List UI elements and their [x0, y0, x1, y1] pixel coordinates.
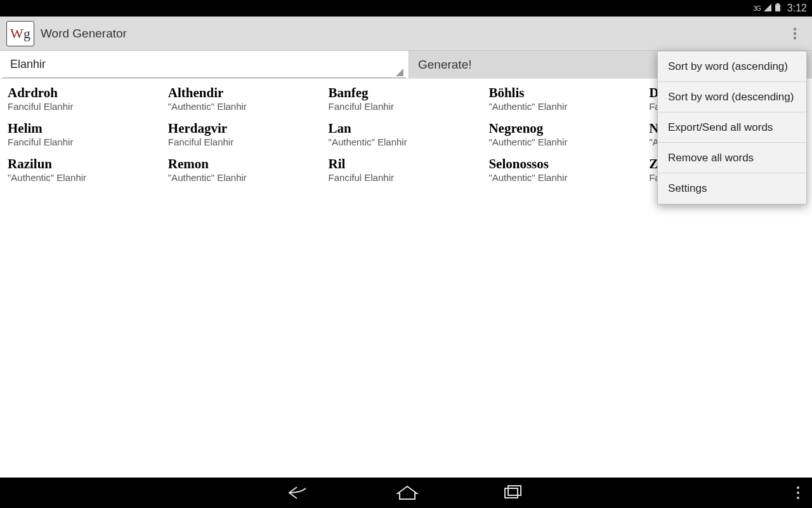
word-subtitle: Fanciful Elanhir — [8, 137, 163, 147]
word-subtitle: Fanciful Elanhir — [168, 137, 324, 147]
word-subtitle: Fanciful Elanhir — [329, 101, 484, 112]
word-text: Remon — [168, 156, 324, 172]
word-text: Böhlis — [488, 85, 644, 101]
word-subtitle: "Authentic" Elanhir — [168, 101, 324, 112]
word-cell[interactable]: Razilun"Authentic" Elanhir — [5, 156, 166, 183]
menu-item[interactable]: Export/Send all words — [658, 112, 806, 143]
word-subtitle: Fanciful Elanhir — [8, 101, 163, 112]
app-icon: Wg — [6, 21, 34, 46]
word-subtitle: "Authentic" Elanhir — [488, 172, 644, 183]
recents-button[interactable] — [501, 485, 524, 501]
clock: 3:12 — [787, 3, 807, 14]
word-cell[interactable]: Böhlis"Authentic" Elanhir — [486, 85, 646, 112]
svg-rect-1 — [776, 3, 779, 4]
word-subtitle: "Authentic" Elanhir — [168, 172, 324, 183]
word-subtitle: "Authentic" Elanhir — [488, 137, 644, 147]
generate-label: Generate! — [418, 58, 472, 72]
word-subtitle: "Authentic" Elanhir — [8, 172, 163, 183]
word-text: Herdagvir — [168, 121, 324, 137]
word-subtitle: Fanciful Elanhir — [329, 172, 484, 183]
menu-item[interactable]: Settings — [658, 173, 806, 204]
language-spinner[interactable]: Elanhir — [3, 51, 406, 78]
menu-item[interactable]: Sort by word (ascending) — [658, 51, 806, 82]
network-indicator: 3G — [754, 5, 761, 12]
word-cell[interactable]: BanfegFanciful Elanhir — [326, 85, 487, 112]
overflow-menu: Sort by word (ascending)Sort by word (de… — [657, 51, 807, 204]
word-cell[interactable]: AdrdrohFanciful Elanhir — [5, 85, 166, 112]
word-text: Adrdroh — [8, 85, 163, 101]
word-text: Selonossos — [488, 156, 644, 172]
app-bar: Wg Word Generator — [0, 17, 812, 51]
signal-icon — [763, 3, 772, 14]
word-text: Banfeg — [329, 85, 484, 101]
word-cell[interactable]: HerdagvirFanciful Elanhir — [166, 121, 326, 147]
back-button[interactable] — [288, 485, 313, 501]
word-text: Althendir — [168, 85, 324, 101]
word-subtitle: "Authentic" Elanhir — [488, 101, 644, 112]
word-text: Razilun — [8, 156, 163, 172]
word-cell[interactable]: Althendir"Authentic" Elanhir — [166, 85, 326, 112]
word-cell[interactable]: Remon"Authentic" Elanhir — [166, 156, 326, 183]
svg-rect-0 — [775, 4, 780, 11]
menu-item[interactable]: Sort by word (descending) — [658, 82, 806, 112]
spinner-value: Elanhir — [10, 58, 46, 71]
home-button[interactable] — [396, 485, 419, 501]
nav-overflow-button[interactable] — [797, 478, 799, 508]
word-text: Negrenog — [488, 121, 644, 137]
menu-item[interactable]: Remove all words — [658, 143, 806, 173]
overflow-button[interactable] — [785, 21, 804, 46]
word-cell[interactable]: Lan"Authentic" Elanhir — [326, 121, 487, 147]
word-cell[interactable]: RilFanciful Elanhir — [326, 156, 487, 183]
navigation-bar — [0, 478, 812, 508]
svg-rect-2 — [505, 488, 518, 498]
svg-rect-3 — [508, 486, 521, 495]
word-text: Ril — [329, 156, 484, 172]
app-title: Word Generator — [41, 27, 785, 41]
word-cell[interactable]: HelimFanciful Elanhir — [5, 121, 166, 147]
word-text: Helim — [8, 121, 163, 137]
word-cell[interactable]: Selonossos"Authentic" Elanhir — [486, 156, 646, 183]
word-subtitle: "Authentic" Elanhir — [329, 137, 484, 147]
word-cell[interactable]: Negrenog"Authentic" Elanhir — [486, 121, 646, 147]
status-bar: 3G 3:12 — [0, 0, 812, 17]
battery-icon — [775, 3, 781, 14]
word-text: Lan — [329, 121, 484, 137]
